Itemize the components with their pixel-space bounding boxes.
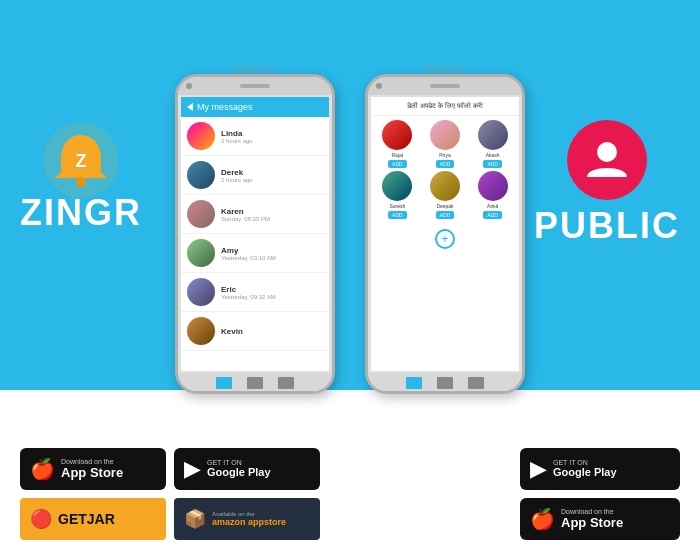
right-camera <box>376 83 382 89</box>
zingr-label: ZINGR <box>20 192 142 234</box>
public-name-3: Akash <box>486 152 500 158</box>
public-card-4: Suresh ADD <box>375 171 420 219</box>
contact-item-eric: Eric Yesterday, 09:32 AM <box>181 273 329 312</box>
public-load-more: + <box>371 229 519 249</box>
public-avatar-4 <box>382 171 412 201</box>
right-phone-topbar <box>368 77 522 95</box>
public-label: PUBLIC <box>534 205 680 247</box>
public-name-5: Deepak <box>436 203 453 209</box>
svg-point-3 <box>597 142 617 162</box>
googleplay-right-icon: ▶ <box>530 456 547 482</box>
public-add-btn-1[interactable]: ADD <box>388 160 407 168</box>
messages-header: My messages <box>181 97 329 117</box>
download-section-right: ▶ GET IT ON Google Play 🍎 Download on th… <box>520 448 680 540</box>
right-nav-home-icon <box>406 377 422 389</box>
right-speaker <box>430 84 460 88</box>
contact-item-linda: Linda 2 hours ago <box>181 117 329 156</box>
contact-name-eric: Eric <box>221 285 323 294</box>
avatar-eric <box>187 278 215 306</box>
public-add-btn-2[interactable]: ADD <box>436 160 455 168</box>
googleplay-button-right[interactable]: ▶ GET IT ON Google Play <box>520 448 680 490</box>
public-avatar-5 <box>430 171 460 201</box>
back-arrow-icon <box>187 103 193 111</box>
left-speaker <box>240 84 270 88</box>
contact-name-karen: Karen <box>221 207 323 216</box>
googleplay-sub-label: GET IT ON <box>207 459 271 466</box>
amazon-button[interactable]: 📦 Available on the amazon appstore <box>174 498 320 540</box>
download-section-left: 🍎 Download on the App Store ▶ GET IT ON … <box>20 448 320 540</box>
nav-chat-icon <box>278 377 294 389</box>
contact-name-amy: Amy <box>221 246 323 255</box>
contact-item-karen: Karen Sunday, 08:35 PM <box>181 195 329 234</box>
public-brand: PUBLIC <box>534 120 680 247</box>
public-name-1: Rajat <box>391 152 403 158</box>
left-phone-frame: My messages Linda 2 hours ago Derek 2 ho… <box>175 74 335 394</box>
public-add-btn-3[interactable]: ADD <box>483 160 502 168</box>
getjar-icon: 🔴 <box>30 508 52 530</box>
load-more-icon[interactable]: + <box>435 229 455 249</box>
appstore-right-main: App Store <box>561 515 623 531</box>
amazon-icon: 📦 <box>184 508 206 530</box>
left-phone-screen: My messages Linda 2 hours ago Derek 2 ho… <box>181 97 329 371</box>
googleplay-right-sub: GET IT ON <box>553 459 617 466</box>
contact-item-amy: Amy Yesterday, 03:10 AM <box>181 234 329 273</box>
getjar-main-label: GETJAR <box>58 511 115 528</box>
contact-item-kevin: Kevin <box>181 312 329 351</box>
left-phone-topbar <box>178 77 332 95</box>
avatar-derek <box>187 161 215 189</box>
left-camera <box>186 83 192 89</box>
right-phone-navbar <box>368 373 522 393</box>
messages-title: My messages <box>197 102 253 112</box>
googleplay-button-left[interactable]: ▶ GET IT ON Google Play <box>174 448 320 490</box>
zingr-brand: Z ZINGR <box>20 120 142 234</box>
amazon-main-label: amazon appstore <box>212 517 286 528</box>
public-add-btn-5[interactable]: ADD <box>436 211 455 219</box>
apple-right-icon: 🍎 <box>530 507 555 531</box>
contact-name-linda: Linda <box>221 129 323 138</box>
left-phone-brand: SAMSUNG <box>175 65 335 72</box>
appstore-main-label: App Store <box>61 465 123 481</box>
public-add-btn-4[interactable]: ADD <box>388 211 407 219</box>
public-name-2: Priya <box>439 152 450 158</box>
avatar-kevin <box>187 317 215 345</box>
public-user-grid: Rajat ADD Priya ADD Akash ADD <box>371 116 519 223</box>
appstore-right-sub: Download on the <box>561 508 623 515</box>
getjar-button[interactable]: 🔴 GETJAR <box>20 498 166 540</box>
right-nav-profile-icon <box>468 377 484 389</box>
avatar-karen <box>187 200 215 228</box>
contact-time-derek: 2 hours ago <box>221 177 323 183</box>
public-logo-circle <box>567 120 647 200</box>
left-phone-navbar <box>178 373 332 393</box>
public-avatar-3 <box>478 120 508 150</box>
nav-camera-icon <box>247 377 263 389</box>
contact-name-kevin: Kevin <box>221 327 323 336</box>
left-phone: SAMSUNG My messages Linda 2 hours ago <box>175 65 335 385</box>
zingr-logo-icon: Z <box>41 120 121 200</box>
right-phone: SAMSUNG डेली अपडेट के लिए फॉलो करें! Raj… <box>365 65 525 385</box>
public-add-btn-6[interactable]: ADD <box>483 211 502 219</box>
public-card-2: Priya ADD <box>423 120 468 168</box>
right-phone-frame: डेली अपडेट के लिए फॉलो करें! Rajat ADD P… <box>365 74 525 394</box>
public-card-5: Deepak ADD <box>423 171 468 219</box>
public-screen-header: डेली अपडेट के लिए फॉलो करें! <box>371 97 519 116</box>
public-avatar-2 <box>430 120 460 150</box>
public-person-icon <box>582 135 632 185</box>
googleplay-right-main: Google Play <box>553 466 617 479</box>
appstore-button-right[interactable]: 🍎 Download on the App Store <box>520 498 680 540</box>
public-header-text: डेली अपडेट के लिए फॉलो करें! <box>407 102 483 109</box>
contact-time-eric: Yesterday, 09:32 AM <box>221 294 323 300</box>
public-card-3: Akash ADD <box>470 120 515 168</box>
public-card-1: Rajat ADD <box>375 120 420 168</box>
public-avatar-6 <box>478 171 508 201</box>
googleplay-icon: ▶ <box>184 456 201 482</box>
apple-icon: 🍎 <box>30 457 55 481</box>
contact-time-karen: Sunday, 08:35 PM <box>221 216 323 222</box>
appstore-sub-label: Download on the <box>61 458 123 465</box>
public-name-4: Suresh <box>389 203 405 209</box>
public-name-6: Ankit <box>487 203 498 209</box>
appstore-button-left[interactable]: 🍎 Download on the App Store <box>20 448 166 490</box>
contact-name-derek: Derek <box>221 168 323 177</box>
avatar-amy <box>187 239 215 267</box>
contact-item-derek: Derek 2 hours ago <box>181 156 329 195</box>
contact-time-amy: Yesterday, 03:10 AM <box>221 255 323 261</box>
